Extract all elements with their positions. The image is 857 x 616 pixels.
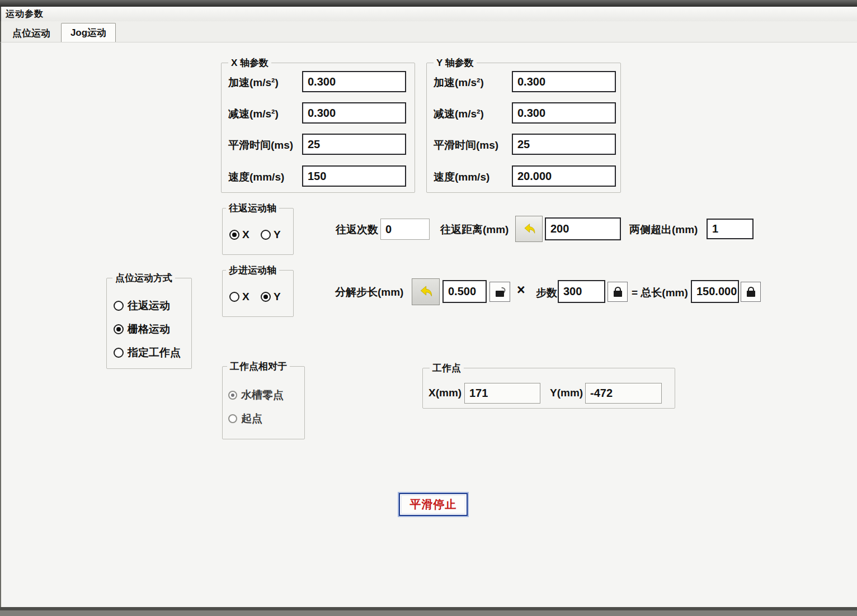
tab-jog-motion[interactable]: Jog运动 bbox=[61, 23, 116, 42]
x-speed-label: 速度(mm/s) bbox=[228, 170, 284, 184]
padlock-closed-icon bbox=[747, 291, 755, 297]
reciprocate-distance-label: 往返距离(mm) bbox=[440, 222, 508, 237]
undo-icon bbox=[417, 283, 435, 301]
workpoint-relative-option-label: 起点 bbox=[241, 411, 262, 426]
smooth-stop-button-label: 平滑停止 bbox=[410, 497, 457, 512]
reciprocate-axis-x-radio[interactable]: X bbox=[229, 229, 249, 241]
reciprocate-axis-x-label: X bbox=[242, 229, 249, 241]
x-smooth-time-label: 平滑时间(ms) bbox=[228, 138, 293, 153]
x-decel-input[interactable] bbox=[302, 102, 406, 124]
dialog-panel: X 轴参数 加速(m/s²) 减速(m/s²) 平滑时间(ms) 速度(mm/s… bbox=[0, 42, 857, 607]
multiply-sign: × bbox=[517, 282, 525, 298]
motion-mode-option-reciprocate[interactable]: 往返运动 bbox=[114, 298, 170, 313]
motion-mode-option-label: 指定工作点 bbox=[128, 345, 181, 360]
background-app-menubar bbox=[0, 0, 857, 7]
radio-icon bbox=[228, 391, 237, 400]
smooth-stop-button[interactable]: 平滑停止 bbox=[399, 493, 468, 516]
workpoint-relative-option-tank-zero[interactable]: 水槽零点 bbox=[228, 388, 284, 402]
y-axis-group: Y 轴参数 加速(m/s²) 减速(m/s²) 平滑时间(ms) 速度(mm/s… bbox=[426, 63, 621, 193]
window-title: 运动参数 bbox=[6, 8, 44, 20]
radio-icon bbox=[114, 348, 124, 358]
workpoint-relative-option-origin[interactable]: 起点 bbox=[228, 411, 262, 426]
workpoint-x-label: X(mm) bbox=[429, 387, 462, 399]
reciprocate-count-label: 往返次数 bbox=[336, 222, 378, 237]
step-length-input[interactable] bbox=[442, 280, 487, 303]
step-axis-y-label: Y bbox=[274, 291, 281, 303]
x-axis-group-title: X 轴参数 bbox=[228, 56, 271, 69]
y-smooth-time-label: 平滑时间(ms) bbox=[434, 138, 498, 153]
y-decel-label: 减速(m/s²) bbox=[434, 107, 484, 121]
step-axis-group-title: 步进运动轴 bbox=[226, 264, 279, 277]
overrun-input[interactable] bbox=[707, 219, 754, 239]
workpoint-group-title: 工作点 bbox=[430, 362, 464, 375]
workpoint-x-input[interactable] bbox=[464, 383, 540, 404]
radio-icon bbox=[114, 301, 124, 311]
y-decel-input[interactable] bbox=[512, 102, 616, 124]
motion-mode-option-label: 往返运动 bbox=[128, 298, 170, 313]
padlock-closed-icon bbox=[614, 291, 622, 297]
reciprocate-axis-y-radio[interactable]: Y bbox=[261, 229, 281, 241]
step-axis-y-radio[interactable]: Y bbox=[261, 291, 281, 303]
reciprocate-distance-input[interactable] bbox=[545, 217, 621, 240]
workpoint-relative-option-label: 水槽零点 bbox=[241, 388, 284, 402]
reciprocate-axis-y-label: Y bbox=[274, 229, 281, 241]
y-accel-input[interactable] bbox=[512, 71, 616, 92]
y-speed-label: 速度(mm/s) bbox=[434, 170, 489, 184]
step-axis-group: 步进运动轴 X Y bbox=[222, 270, 294, 317]
workpoint-relative-group: 工作点相对于 水槽零点 起点 bbox=[222, 366, 305, 439]
x-accel-label: 加速(m/s²) bbox=[228, 75, 279, 90]
reciprocate-axis-group: 往返运动轴 X Y bbox=[222, 208, 294, 255]
step-count-lock-button[interactable] bbox=[608, 282, 628, 302]
radio-icon bbox=[261, 292, 271, 302]
y-axis-group-title: Y 轴参数 bbox=[434, 56, 477, 69]
step-length-label: 分解步长(mm) bbox=[335, 285, 403, 300]
motion-mode-option-workpoint[interactable]: 指定工作点 bbox=[114, 345, 181, 360]
motion-mode-option-grid[interactable]: 栅格运动 bbox=[114, 322, 170, 337]
radio-icon bbox=[229, 230, 239, 240]
step-count-label: 步数 bbox=[536, 286, 557, 300]
step-length-undo-button[interactable] bbox=[412, 278, 440, 305]
padlock-open-icon bbox=[496, 291, 504, 297]
tab-strip: 点位运动 Jog运动 bbox=[0, 21, 857, 42]
window-titlebar: 运动参数 bbox=[0, 7, 857, 21]
radio-icon bbox=[261, 230, 271, 240]
overrun-label: 两侧超出(mm) bbox=[629, 222, 698, 237]
motion-mode-option-label: 栅格运动 bbox=[128, 322, 170, 337]
x-axis-group: X 轴参数 加速(m/s²) 减速(m/s²) 平滑时间(ms) 速度(mm/s… bbox=[221, 63, 415, 193]
motion-mode-group: 点位运动方式 往返运动 栅格运动 指定工作点 bbox=[106, 278, 192, 369]
total-length-input[interactable] bbox=[691, 280, 739, 303]
step-length-lock-button[interactable] bbox=[489, 282, 510, 302]
motion-parameters-dialog: 运动参数 点位运动 Jog运动 X 轴参数 加速(m/s²) 减速(m/s²) … bbox=[0, 0, 857, 616]
x-smooth-time-input[interactable] bbox=[302, 134, 406, 155]
reciprocate-axis-group-title: 往返运动轴 bbox=[226, 202, 279, 215]
radio-icon bbox=[229, 292, 239, 302]
x-decel-label: 减速(m/s²) bbox=[228, 107, 279, 121]
workpoint-y-input[interactable] bbox=[585, 383, 662, 404]
step-count-input[interactable] bbox=[558, 280, 605, 303]
y-speed-input[interactable] bbox=[512, 165, 616, 187]
undo-icon bbox=[521, 221, 538, 238]
radio-icon bbox=[228, 414, 237, 423]
tab-point-motion[interactable]: 点位运动 bbox=[4, 26, 58, 41]
y-smooth-time-input[interactable] bbox=[512, 134, 616, 155]
workpoint-relative-group-title: 工作点相对于 bbox=[227, 360, 290, 373]
step-axis-x-radio[interactable]: X bbox=[229, 291, 249, 303]
background-below-window bbox=[0, 610, 857, 616]
step-axis-x-label: X bbox=[242, 291, 249, 303]
workpoint-y-label: Y(mm) bbox=[550, 387, 583, 399]
reciprocate-distance-undo-button[interactable] bbox=[515, 216, 543, 242]
total-length-label: = 总长(mm) bbox=[632, 286, 688, 300]
workpoint-group: 工作点 X(mm) Y(mm) bbox=[422, 368, 675, 409]
radio-icon bbox=[114, 324, 124, 334]
y-accel-label: 加速(m/s²) bbox=[434, 75, 484, 90]
x-speed-input[interactable] bbox=[302, 165, 406, 187]
total-length-lock-button[interactable] bbox=[741, 282, 761, 302]
reciprocate-count-input[interactable] bbox=[380, 219, 430, 240]
x-accel-input[interactable] bbox=[302, 71, 406, 92]
motion-mode-group-title: 点位运动方式 bbox=[112, 272, 175, 285]
